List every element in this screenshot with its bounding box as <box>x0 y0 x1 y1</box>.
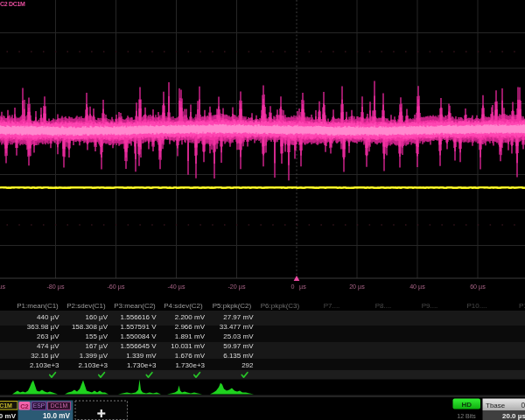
svg-text:2.200 mV: 2.200 mV <box>175 313 206 321</box>
svg-text:27.97 mV: 27.97 mV <box>223 313 254 321</box>
svg-text:-60 µs: -60 µs <box>107 283 125 290</box>
svg-text:25.03 mV: 25.03 mV <box>223 332 254 340</box>
svg-text:P5:pkpk(C2): P5:pkpk(C2) <box>213 302 252 310</box>
svg-text:-100 µs: -100 µs <box>0 283 5 290</box>
svg-text:0: 0 <box>291 283 295 290</box>
svg-text:1.557591 V: 1.557591 V <box>121 323 158 331</box>
svg-text:2.103e+3: 2.103e+3 <box>30 361 60 369</box>
svg-text:155 µV: 155 µV <box>85 332 108 340</box>
svg-text:P1:mean(C1): P1:mean(C1) <box>17 302 59 310</box>
svg-text:µs: µs <box>299 283 306 290</box>
svg-text:20.0 µs: 20.0 µs <box>502 412 525 420</box>
svg-text:C2 DC1M: C2 DC1M <box>0 1 25 7</box>
svg-text:263 µV: 263 µV <box>37 332 60 340</box>
svg-text:C2: C2 <box>20 402 29 410</box>
svg-text:10.0 mV: 10.0 mV <box>43 412 70 420</box>
svg-text:DC1M: DC1M <box>51 402 68 409</box>
svg-text:474 µV: 474 µV <box>37 342 60 350</box>
svg-text:292: 292 <box>242 361 254 369</box>
svg-text:Tbase: Tbase <box>486 402 506 410</box>
svg-text:40 µs: 40 µs <box>410 283 425 290</box>
svg-text:1.550084 V: 1.550084 V <box>121 332 158 340</box>
svg-text:2.103e+3: 2.103e+3 <box>78 361 108 369</box>
svg-text:-40 µs: -40 µs <box>167 283 186 290</box>
svg-text:1.399 µV: 1.399 µV <box>80 352 108 360</box>
svg-text:ESP: ESP <box>33 402 46 409</box>
svg-text:363.98 µV: 363.98 µV <box>27 323 60 331</box>
svg-text:-80 µs: -80 µs <box>46 283 65 290</box>
svg-text:HD: HD <box>461 401 472 409</box>
svg-text:60 µs: 60 µs <box>470 283 486 290</box>
svg-text:P2:sdev(C1): P2:sdev(C1) <box>66 302 106 310</box>
svg-text:1.730e+3: 1.730e+3 <box>175 361 205 369</box>
svg-text:1.556616 V: 1.556616 V <box>121 313 158 321</box>
svg-text:P3:mean(C2): P3:mean(C2) <box>114 302 156 310</box>
svg-text:1.339 mV: 1.339 mV <box>126 352 157 360</box>
svg-text:158.308 µV: 158.308 µV <box>72 323 108 331</box>
svg-text:P1: P1 <box>519 302 525 310</box>
svg-text:1.676 mV: 1.676 mV <box>175 352 206 360</box>
svg-text:P4:sdev(C2): P4:sdev(C2) <box>164 302 203 310</box>
svg-text:1.556645 V: 1.556645 V <box>121 342 158 350</box>
svg-text:-20 µs: -20 µs <box>228 283 246 290</box>
svg-text:20 µs: 20 µs <box>349 283 365 290</box>
svg-text:440 µV: 440 µV <box>37 313 60 321</box>
svg-text:1.730e+3: 1.730e+3 <box>127 361 157 369</box>
svg-text:DC1M: DC1M <box>0 402 12 409</box>
svg-text:160 µV: 160 µV <box>85 313 108 321</box>
svg-text:50.0 mV: 50.0 mV <box>0 412 17 420</box>
svg-text:P7....: P7.... <box>324 302 340 310</box>
svg-text:P6:pkpk(C3): P6:pkpk(C3) <box>261 302 300 310</box>
svg-text:P10....: P10.... <box>466 302 486 310</box>
svg-text:32.16 µV: 32.16 µV <box>31 352 60 360</box>
svg-text:1.891 mV: 1.891 mV <box>175 332 206 340</box>
svg-text:167 µV: 167 µV <box>85 342 108 350</box>
svg-text:10.031 mV: 10.031 mV <box>171 342 205 350</box>
svg-text:6.135 mV: 6.135 mV <box>223 352 254 360</box>
svg-text:0.00: 0.00 <box>522 401 525 410</box>
svg-text:P8....: P8.... <box>375 302 392 310</box>
svg-text:P9....: P9.... <box>422 302 438 310</box>
svg-text:2.966 mV: 2.966 mV <box>175 323 206 331</box>
svg-text:12 Bits: 12 Bits <box>457 413 476 419</box>
svg-text:59.97 mV: 59.97 mV <box>223 342 254 350</box>
svg-text:33.477 mV: 33.477 mV <box>220 323 254 331</box>
